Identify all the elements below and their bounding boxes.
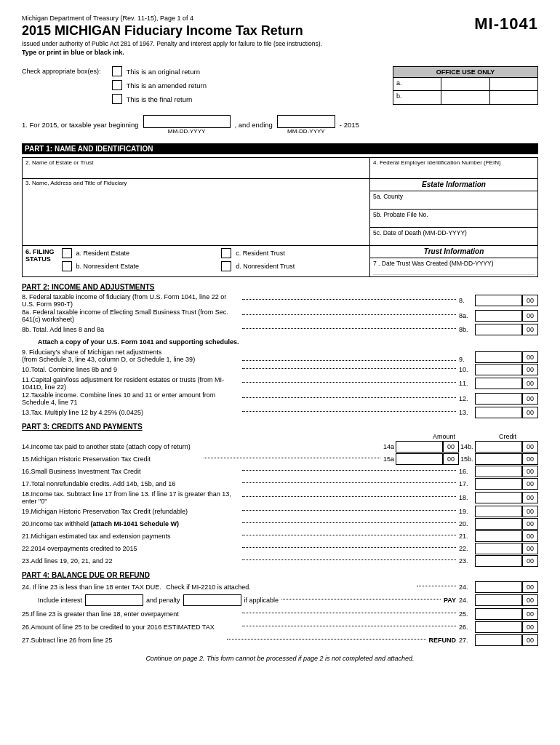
income-line-15: 15.Michigan Historic Preservation Tax Cr… [22, 453, 538, 465]
line8a-amount[interactable] [475, 310, 522, 322]
line18-text: Income tax. Subtract line 17 from line 1… [22, 490, 231, 505]
footer-note: Continue on page 2. This form cannot be … [22, 655, 538, 662]
checkbox-amended[interactable] [112, 80, 122, 90]
checkbox-resident-estate[interactable] [62, 248, 72, 258]
interest-input[interactable] [85, 594, 143, 606]
dotted-24 [417, 586, 456, 586]
dotted-26 [242, 626, 457, 626]
line11-text: Capital gain/loss adjustment for residen… [22, 376, 224, 391]
line8-amount[interactable] [475, 295, 522, 306]
line13-desc: 13.Tax. Multiply line 12 by 4.25% (0.042… [22, 409, 239, 416]
line14b-cents: 00 [522, 441, 538, 453]
office-cell-b-extra[interactable] [490, 91, 537, 104]
line23-cents: 00 [522, 555, 538, 567]
line14-text: Income tax paid to another state (attach… [31, 443, 191, 450]
line14a-cents: 00 [443, 441, 459, 453]
fiduciary-input[interactable] [25, 186, 367, 237]
line15b-cents: 00 [522, 453, 538, 465]
line9-amount[interactable] [475, 351, 522, 363]
line18-ref: 18. [459, 494, 473, 501]
field5a-row: 5a. County [370, 191, 537, 210]
line19-amount[interactable] [475, 506, 522, 517]
line26-cents: 00 [522, 621, 538, 633]
office-cell-b-val[interactable] [441, 91, 489, 104]
field5b-input[interactable] [373, 218, 535, 226]
line13-ref: 13. [459, 409, 473, 416]
office-cell-a-val[interactable] [441, 78, 489, 90]
line20-amount[interactable] [475, 518, 522, 530]
line18-desc: 18.Income tax. Subtract line 17 from lin… [22, 490, 239, 505]
trust-info-title: Trust Information [370, 245, 537, 258]
line9-ref: 9. [459, 356, 473, 363]
line24-pay-amount[interactable] [475, 594, 522, 606]
line22-amount[interactable] [475, 543, 522, 554]
filing-option-b: b. Nonresident Estate [62, 261, 207, 271]
line20-desc: 20.Income tax withheld (attach MI-1041 S… [22, 520, 239, 527]
line13-amount[interactable] [475, 407, 522, 418]
line15a-amount[interactable] [396, 453, 443, 465]
include-label: Include interest [38, 597, 82, 604]
tax-year-start-input[interactable] [143, 115, 231, 128]
line15-sub-num: 15a [383, 455, 394, 463]
line11-amount[interactable] [475, 378, 522, 389]
penalty-input[interactable] [183, 594, 241, 606]
line25-amount[interactable] [475, 608, 522, 620]
field5c-row: 5c. Date of Death (MM-DD-YYYY) [370, 228, 537, 245]
line24-check-text: Check if MI-2210 is attached. [166, 583, 251, 591]
line14-sub-num: 14a [383, 443, 394, 450]
checkbox-final[interactable] [112, 94, 122, 104]
field7-label: 7 . Date Trust Was Created (MM-DD-YYYY) [373, 260, 535, 267]
line27-amount[interactable] [475, 634, 522, 646]
check-row-final: This is the final return [112, 94, 393, 104]
print-note: Type or print in blue or black ink. [22, 49, 322, 56]
field5c-input[interactable] [373, 236, 535, 244]
line10-desc: 10.Total. Combine lines 8b and 9 [22, 366, 239, 373]
office-cell-a-extra[interactable] [490, 78, 537, 90]
line14a-amount[interactable] [396, 441, 443, 453]
dotted-18 [242, 496, 457, 497]
line8-text: Federal taxable income of fiduciary (fro… [22, 293, 226, 308]
line17-text: Total nonrefundable credits. Add 14b, 15… [31, 480, 176, 487]
line24-amount[interactable] [475, 581, 522, 593]
field5a-input[interactable] [373, 200, 535, 207]
checkbox-nonresident-trust[interactable] [221, 261, 231, 271]
line16-amount[interactable] [475, 466, 522, 477]
dotted-8 [242, 299, 457, 300]
line17-desc: 17.Total nonrefundable credits. Add 14b,… [22, 480, 239, 487]
tax-year-end-input[interactable] [277, 115, 335, 128]
income-line-22: 22.2014 overpayments credited to 2015 22… [22, 543, 538, 554]
line12-amount[interactable] [475, 393, 522, 405]
line16-cents: 00 [522, 466, 538, 477]
estate-name-input[interactable] [25, 167, 367, 174]
office-use-title: OFFICE USE ONLY [393, 67, 537, 78]
line26-amount[interactable] [475, 621, 522, 633]
income-line-19: 19.Michigan Historic Preservation Tax Cr… [22, 506, 538, 517]
dotted-8b [242, 328, 457, 329]
line13-text: Tax. Multiply line 12 by 4.25% (0.0425) [31, 409, 144, 416]
line8b-amount[interactable] [475, 324, 522, 335]
part4-header: PART 4: BALANCE DUE OR REFUND [22, 571, 538, 579]
part2-header: PART 2: INCOME AND ADJUSTMENTS [22, 283, 538, 291]
line15b-amount[interactable] [475, 453, 522, 465]
field7-input[interactable] [373, 267, 535, 275]
line23-amount[interactable] [475, 555, 522, 567]
checkbox-nonresident-estate[interactable] [62, 261, 72, 271]
line10-ref: 10. [459, 366, 473, 373]
line20-ref: 20. [459, 520, 473, 527]
income-line-9: 9. Fiduciary's share of Michigan net adj… [22, 348, 538, 363]
dotted-25 [242, 613, 457, 613]
line18-amount[interactable] [475, 492, 522, 503]
checkbox-resident-trust[interactable] [221, 248, 231, 258]
fein-input[interactable] [373, 167, 535, 174]
field5c-label: 5c. Date of Death (MM-DD-YYYY) [373, 229, 535, 236]
date-label-1: MM-DD-YYYY [143, 128, 231, 135]
line17-amount[interactable] [475, 478, 522, 490]
line10-amount[interactable] [475, 364, 522, 375]
line22-ref: 22. [459, 545, 473, 552]
checkbox-original[interactable] [112, 66, 122, 76]
line8-cents: 00 [522, 295, 538, 306]
line21-amount[interactable] [475, 530, 522, 542]
line8a-ref: 8a. [459, 312, 473, 319]
line9-num: 9. [22, 348, 28, 356]
line14b-amount[interactable] [475, 441, 522, 453]
